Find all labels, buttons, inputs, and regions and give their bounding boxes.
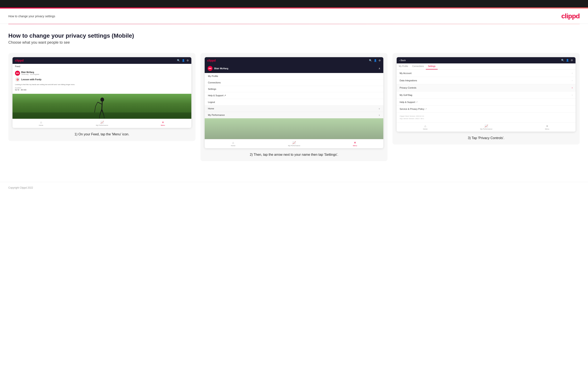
nav-home[interactable]: ⌂ Home bbox=[423, 124, 427, 130]
golf-image bbox=[12, 94, 191, 119]
menu-item-settings[interactable]: Settings bbox=[205, 86, 383, 92]
setting-data-integrations[interactable]: Data Integrations › bbox=[397, 77, 576, 84]
avatar: BM bbox=[15, 71, 20, 76]
settings-icon[interactable]: ⚙ bbox=[571, 59, 573, 62]
profile-icon[interactable]: 👤 bbox=[182, 59, 185, 62]
home-icon: ⌂ bbox=[40, 121, 42, 124]
chevron-right-icon: › bbox=[572, 79, 573, 82]
setting-help-support[interactable]: Help & Support ↗ bbox=[397, 99, 576, 106]
post-location: Yesterday · Sunningdale bbox=[21, 73, 39, 75]
nav-home[interactable]: ⌂ Home bbox=[39, 121, 43, 126]
service-privacy-label: Service & Privacy Policy bbox=[399, 108, 424, 110]
menu-item-helpsupport[interactable]: Help & Support ↗ bbox=[205, 92, 383, 99]
setting-service-privacy[interactable]: Service & Privacy Policy ↗ bbox=[397, 106, 576, 112]
phone2-bottom-nav: ⌂ Home 📈 My Performance ✕ Menu bbox=[205, 139, 383, 148]
menu-label: Menu bbox=[545, 128, 549, 130]
performance-label: My Performance bbox=[288, 145, 300, 147]
profile-icon[interactable]: 👤 bbox=[374, 59, 377, 62]
profile-icon[interactable]: 👤 bbox=[566, 59, 569, 62]
phone1-header: clippd 🔍 👤 ⚙ bbox=[12, 57, 191, 64]
settings-icon[interactable]: ⚙ bbox=[187, 59, 189, 62]
privacy-controls-label: Privacy Controls bbox=[399, 86, 416, 89]
search-icon[interactable]: 🔍 bbox=[561, 59, 564, 62]
nav-menu[interactable]: ≡ Menu bbox=[161, 121, 165, 126]
expand-icon[interactable]: ∧ bbox=[379, 67, 380, 70]
nav-menu[interactable]: ≡ Menu bbox=[545, 124, 549, 130]
search-icon[interactable]: 🔍 bbox=[177, 59, 180, 62]
external-link-icon: ↗ bbox=[425, 108, 427, 110]
tab-connections[interactable]: Connections bbox=[410, 63, 426, 69]
external-link-icon: ↗ bbox=[416, 101, 418, 103]
menu-section-home[interactable]: Home ∨ bbox=[205, 105, 383, 112]
menu-username: Blair McHarg bbox=[214, 67, 228, 70]
feed-post: BM Blair McHarg Yesterday · Sunningdale … bbox=[12, 69, 191, 94]
step-2-caption: 2) Then, tap the arrow next to your name… bbox=[250, 152, 338, 157]
home-icon: ⌂ bbox=[232, 141, 234, 144]
menu-section-performance[interactable]: My Performance ∨ bbox=[205, 112, 383, 118]
menu-avatar: BM bbox=[208, 66, 213, 71]
svg-line-1 bbox=[102, 102, 102, 109]
data-integrations-label: Data Integrations bbox=[399, 79, 417, 82]
settings-list: My Account › Data Integrations › Privacy… bbox=[397, 70, 576, 123]
close-icon: ✕ bbox=[354, 141, 356, 144]
phone3-tabs: My Profile Connections Settings bbox=[397, 63, 576, 70]
home-icon: ⌂ bbox=[424, 124, 426, 128]
step-1-caption: 1) On your Feed, tap the 'Menu' icon. bbox=[75, 132, 129, 137]
menu-section-performance-label: My Performance bbox=[208, 114, 225, 116]
feed-tab[interactable]: Feed bbox=[12, 64, 191, 69]
help-support-label: Help & Support bbox=[399, 101, 415, 103]
setting-my-golf-bag[interactable]: My Golf Bag › bbox=[397, 92, 576, 99]
svg-line-2 bbox=[98, 102, 102, 104]
menu-user-row[interactable]: BM Blair McHarg ∧ bbox=[205, 64, 383, 73]
home-label: Home bbox=[231, 145, 235, 147]
svg-line-8 bbox=[95, 106, 95, 112]
duration-val: 01 hr : 30 min bbox=[15, 89, 189, 91]
logo: clippd bbox=[561, 12, 580, 20]
chevron-right-icon: › bbox=[572, 72, 573, 75]
setting-privacy-controls[interactable]: Privacy Controls › bbox=[397, 84, 576, 92]
phone1-logo: clippd bbox=[15, 59, 24, 62]
menu-label: Menu bbox=[161, 124, 165, 126]
menu-item-logout[interactable]: Logout bbox=[205, 99, 383, 105]
lesson-title: Lesson with Fordy bbox=[21, 78, 42, 81]
version-client: Clippd Client Version: 2022.8.3-3 bbox=[399, 115, 573, 117]
post-user-row: BM Blair McHarg Yesterday · Sunningdale bbox=[15, 71, 189, 76]
nav-performance[interactable]: 📈 My Performance bbox=[288, 141, 300, 147]
back-button[interactable]: ‹ Back bbox=[399, 59, 406, 62]
nav-performance[interactable]: 📈 My Performance bbox=[96, 121, 108, 126]
page-subheading: Choose what you want people to see bbox=[8, 40, 580, 45]
phone2-icons: 🔍 👤 ⚙ bbox=[369, 59, 381, 62]
menu-item-connections[interactable]: Connections bbox=[205, 79, 383, 86]
menu-label: Menu bbox=[353, 145, 357, 147]
nav-performance[interactable]: 📈 My Performance bbox=[480, 124, 493, 130]
nav-home[interactable]: ⌂ Home bbox=[231, 141, 235, 147]
search-icon[interactable]: 🔍 bbox=[369, 59, 372, 62]
phone1-icons: 🔍 👤 ⚙ bbox=[177, 59, 189, 62]
tab-myprofile[interactable]: My Profile bbox=[397, 63, 410, 69]
tab-settings[interactable]: Settings bbox=[426, 63, 437, 69]
home-label: Home bbox=[39, 124, 43, 126]
settings-icon[interactable]: ⚙ bbox=[379, 59, 381, 62]
version-info: Clippd Client Version: 2022.8.3-3 SQL Se… bbox=[397, 112, 576, 123]
menu-overlay: BM Blair McHarg ∧ My Profile Connections… bbox=[205, 64, 383, 139]
svg-line-3 bbox=[95, 102, 98, 106]
chevron-right-icon: › bbox=[572, 93, 573, 96]
top-bar bbox=[0, 0, 588, 8]
main-content: How to change your privacy settings (Mob… bbox=[0, 24, 588, 174]
setting-my-account[interactable]: My Account › bbox=[397, 70, 576, 77]
lesson-desc: Looking to feel like my hands are exitin… bbox=[15, 83, 189, 86]
footer: Copyright Clippd 2022 bbox=[0, 182, 588, 193]
nav-menu-close[interactable]: ✕ Menu bbox=[353, 141, 357, 147]
menu-item-myprofile[interactable]: My Profile bbox=[205, 73, 383, 79]
home-label: Home bbox=[423, 128, 427, 130]
phone-2-mockup: clippd 🔍 👤 ⚙ BM Blair McHarg bbox=[205, 57, 383, 148]
version-server: SQL Server Version: 2022.7.30-1 bbox=[399, 117, 573, 120]
page-heading: How to change your privacy settings (Mob… bbox=[8, 33, 580, 39]
menu-icon: ≡ bbox=[162, 121, 164, 124]
my-golf-bag-label: My Golf Bag bbox=[399, 94, 412, 96]
menu-user-info: BM Blair McHarg bbox=[208, 66, 228, 71]
header: How to change your privacy settings clip… bbox=[0, 8, 588, 24]
duration-label: Duration bbox=[15, 87, 189, 89]
chevron-down-icon: ∨ bbox=[379, 108, 380, 110]
lesson-icon: 🎯 bbox=[15, 77, 20, 82]
